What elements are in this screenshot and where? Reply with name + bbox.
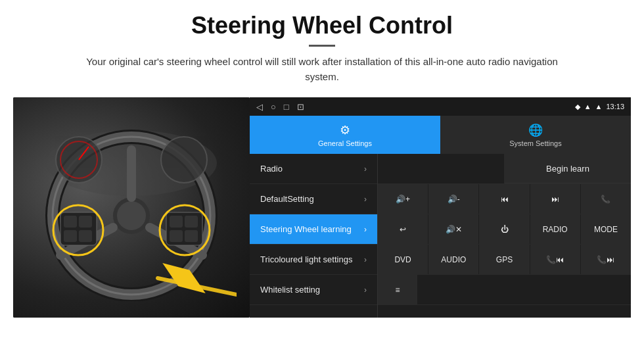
menu-chevron-tricoloured: › [364,255,367,264]
svg-rect-18 [185,230,198,242]
android-ui: ◁ ○ □ ⊡ ◆ ▲ ▲ 13:13 ⚙ General Settings [250,97,631,318]
content-area: ◁ ○ □ ⊡ ◆ ▲ ▲ 13:13 ⚙ General Settings [0,97,644,361]
signal-icon: ▲ [584,103,591,110]
recent-icon[interactable]: □ [284,102,289,112]
prev-track-icon: ⏮ [501,195,509,204]
power-button[interactable]: ⏻ [479,214,530,244]
tab-system[interactable]: 🌐 System Settings [440,116,631,154]
next-track-icon: ⏭ [551,195,559,204]
header-section: Steering Wheel Control Your original car… [0,0,644,91]
back-icon[interactable]: ◁ [256,102,263,112]
menu-chevron-whitelist: › [364,285,367,295]
mode-label: MODE [594,225,618,234]
home-icon[interactable]: ○ [271,102,276,112]
menu-chevron-steering: › [364,225,367,234]
menu-label-radio: Radio [260,164,283,174]
svg-rect-17 [170,230,183,242]
list-icon-button[interactable]: ≡ [378,275,417,304]
gps-label: GPS [496,255,513,264]
svg-rect-10 [64,216,77,228]
mode-button[interactable]: MODE [581,214,631,244]
time-display: 13:13 [606,103,624,110]
begin-learn-button[interactable]: Begin learn [505,154,631,183]
mute-button[interactable]: 🔊✕ [428,214,479,244]
vol-down-icon: 🔊- [448,195,460,204]
radio-label: RADIO [543,225,568,234]
tab-general-label: General Settings [318,139,372,147]
tab-general[interactable]: ⚙ General Settings [250,116,440,154]
next-track-button[interactable]: ⏭ [530,184,581,214]
main-panel: Radio › DefaultSetting › Steering Wheel … [250,154,631,318]
audio-label: AUDIO [441,255,466,264]
tab-bar: ⚙ General Settings 🌐 System Settings [250,116,631,154]
vol-down-button[interactable]: 🔊- [428,184,479,214]
location-icon: ◆ [575,103,580,111]
menu-item-whitelist[interactable]: Whitelist setting › [250,275,377,305]
svg-rect-13 [79,230,92,242]
page-wrapper: Steering Wheel Control Your original car… [0,0,644,361]
control-row-2: ↩ 🔊✕ ⏻ RADIO MODE [378,214,631,245]
gps-button[interactable]: GPS [479,245,530,274]
svg-rect-11 [79,216,92,228]
status-bar-left: ◁ ○ □ ⊡ [256,102,304,112]
svg-rect-15 [170,216,183,228]
svg-point-5 [117,201,146,230]
menu-label-default: DefaultSetting [260,194,314,204]
system-settings-icon: 🌐 [528,123,543,137]
svg-point-24 [161,137,207,183]
audio-button[interactable]: AUDIO [428,245,479,274]
menu-label-steering: Steering Wheel learning [260,224,352,234]
top-row: Begin learn [378,154,631,184]
svg-rect-12 [64,230,77,242]
phone-prev-icon: 📞⏮ [546,255,564,264]
phone-prev-button[interactable]: 📞⏮ [530,245,581,274]
page-title: Steering Wheel Control [39,12,605,39]
title-divider [309,45,335,47]
wifi-icon: ▲ [595,103,603,110]
radio-button[interactable]: RADIO [530,214,581,244]
empty-box [378,154,505,183]
phone-button[interactable]: 📞 [581,184,631,214]
subtitle: Your original car's steering wheel contr… [85,55,559,84]
svg-rect-16 [185,216,198,228]
steering-bg [13,97,250,318]
vol-up-button[interactable]: 🔊+ [378,184,428,214]
dvd-label: DVD [394,255,411,264]
phone-next-icon: 📞⏭ [597,255,614,264]
dvd-button[interactable]: DVD [378,245,428,274]
list-icon: ≡ [395,285,400,295]
steering-wheel-svg [26,110,237,301]
menu-chevron-default: › [364,195,367,204]
menu-item-default[interactable]: DefaultSetting › [250,184,377,214]
menu-label-whitelist: Whitelist setting [260,285,320,295]
tab-system-label: System Settings [509,139,561,147]
screenshot-icon[interactable]: ⊡ [297,102,304,112]
phone-icon: 📞 [601,195,610,204]
menu-item-tricoloured[interactable]: Tricoloured light settings › [250,245,377,275]
phone-next-button[interactable]: 📞⏭ [581,245,631,274]
control-row-3: DVD AUDIO GPS 📞⏮ 📞⏭ [378,245,631,275]
menu-label-tricoloured: Tricoloured light settings [260,254,352,264]
power-icon: ⏻ [501,225,509,234]
status-bar: ◁ ○ □ ⊡ ◆ ▲ ▲ 13:13 [250,97,631,116]
vol-up-icon: 🔊+ [396,195,410,204]
steering-image [13,97,250,318]
menu-chevron-radio: › [364,164,367,174]
prev-track-button[interactable]: ⏮ [479,184,530,214]
menu-item-steering[interactable]: Steering Wheel learning › [250,214,377,245]
back-nav-icon: ↩ [400,225,406,234]
left-menu: Radio › DefaultSetting › Steering Wheel … [250,154,378,318]
right-panel: Begin learn 🔊+ 🔊- ⏮ [378,154,631,318]
menu-item-radio[interactable]: Radio › [250,154,377,184]
mute-icon: 🔊✕ [446,225,462,234]
control-row-4: ≡ [378,275,631,305]
status-bar-right: ◆ ▲ ▲ 13:13 [575,103,624,111]
general-settings-icon: ⚙ [340,123,350,137]
back-button[interactable]: ↩ [378,214,428,244]
control-row-1: 🔊+ 🔊- ⏮ ⏭ 📞 [378,184,631,214]
